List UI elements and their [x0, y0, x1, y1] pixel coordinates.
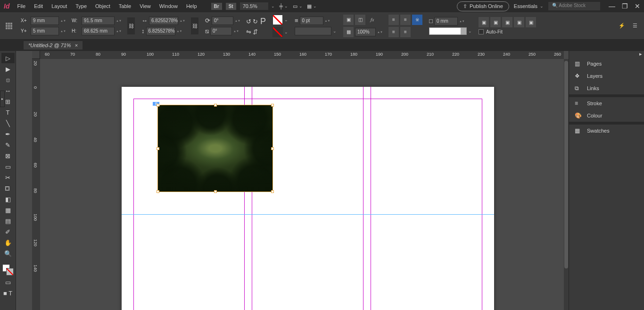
menu-help[interactable]: Help — [186, 3, 197, 9]
panel-swatches[interactable]: ▦Swatches — [569, 125, 644, 137]
scale-percent-icon: ▦ — [343, 27, 354, 37]
wh-link-icon[interactable]: ⛓ — [127, 17, 135, 34]
close-tab-icon[interactable]: × — [75, 42, 78, 48]
gap-input[interactable]: 0 mm — [434, 17, 458, 25]
fit-content-icon[interactable]: ▣ — [479, 17, 489, 27]
canvas[interactable]: 6070809010011012013014015016017018019020… — [16, 51, 569, 310]
minimize-button[interactable]: — — [609, 2, 615, 10]
panel-links[interactable]: ⧉Links — [569, 82, 644, 94]
workspace-switcher[interactable]: Essentials⌄ — [514, 3, 544, 9]
flip-h-icon[interactable]: ⇋ — [246, 28, 251, 35]
y-input[interactable]: 5 mm — [31, 27, 59, 35]
pencil-tool[interactable]: ✎ — [1, 140, 15, 150]
gradient-swatch-tool[interactable]: ◧ — [1, 194, 15, 204]
panel-menu-icon[interactable]: ☰ — [630, 21, 640, 31]
menu-view[interactable]: View — [140, 3, 151, 9]
rotate-ccw-icon[interactable]: ↺ — [246, 18, 251, 25]
view-options-icon[interactable]: ╪⌄ — [279, 0, 289, 12]
fill-color-slot[interactable] — [429, 27, 467, 35]
flip-v-icon[interactable]: ⇵ — [253, 28, 258, 35]
rect-frame-tool[interactable]: ⊠ — [1, 151, 15, 161]
select-container-icon[interactable]: ▣ — [343, 15, 354, 25]
stroke-weight-input[interactable]: 0 pt — [300, 17, 323, 25]
free-transform-tool[interactable]: ⛋ — [1, 183, 15, 193]
type-tool[interactable]: T — [1, 107, 15, 117]
w-input[interactable]: 91.5 mm — [82, 17, 115, 25]
stroke-style-dropdown[interactable] — [295, 27, 331, 35]
adobe-stock-search[interactable]: 🔍 Adobe Stock — [548, 2, 600, 10]
shear-input[interactable]: 0° — [210, 27, 232, 35]
zoom-dropdown[interactable]: 70.5%⌄ — [240, 2, 275, 10]
h-input[interactable]: 68.625 mm — [82, 27, 115, 35]
stock-button[interactable]: St — [226, 3, 236, 10]
quick-apply-icon[interactable]: ⚡ — [617, 21, 627, 31]
horizontal-ruler[interactable]: 6070809010011012013014015016017018019020… — [40, 51, 564, 59]
fx-icon[interactable]: 𝑓𝑥 — [367, 15, 377, 25]
autofit-checkbox[interactable] — [479, 29, 484, 34]
close-button[interactable]: ✕ — [635, 2, 640, 10]
format-container-icon[interactable]: ▭ — [1, 277, 15, 287]
note-tool[interactable]: ▤ — [1, 216, 15, 226]
menu-type[interactable]: Type — [75, 3, 87, 9]
menu-layout[interactable]: Layout — [51, 3, 67, 9]
screen-mode-icon[interactable]: ▭⌄ — [293, 0, 303, 12]
fit-frame-icon[interactable]: ▣ — [490, 17, 501, 27]
arrange-icon[interactable]: ▦⌄ — [307, 0, 317, 12]
shear-icon: ⧅ — [205, 27, 209, 35]
toolbox-grip[interactable]: ▸ — [0, 91, 5, 107]
hand-tool[interactable]: ✋ — [1, 237, 15, 248]
selected-image-frame[interactable]: ⧉ — [157, 105, 273, 192]
scale-percent-input[interactable]: 100% — [355, 28, 376, 36]
fill-stroke-swap[interactable] — [1, 263, 15, 276]
ref-point-grid[interactable] — [4, 21, 14, 31]
panel-collapse-icon[interactable]: ▸ — [639, 51, 642, 58]
menu-window[interactable]: Window — [159, 3, 178, 9]
scissors-tool[interactable]: ✂ — [1, 172, 15, 183]
doc-tab-active[interactable]: *Untitled-2 @ 71% × — [24, 41, 83, 50]
center-content-icon[interactable]: ▣ — [526, 17, 536, 27]
scalex-input[interactable]: 6.8255278% — [149, 17, 178, 25]
ruler-origin[interactable] — [32, 51, 40, 59]
placed-image — [158, 105, 272, 192]
x-input[interactable]: 9 mm — [31, 17, 59, 25]
page-tool[interactable]: ⎅ — [1, 75, 15, 85]
fill-prop-icon[interactable]: ▣ — [514, 17, 524, 27]
eyedropper-tool[interactable]: ✐ — [1, 226, 15, 237]
fill-swatch[interactable]: ⌄ — [272, 15, 288, 25]
menu-object[interactable]: Object — [95, 3, 110, 9]
fit-prop-icon[interactable]: ▣ — [502, 17, 512, 27]
wrap-right-icon[interactable]: ≡ — [400, 15, 411, 25]
zoom-tool[interactable]: 🔍 — [1, 248, 15, 259]
vertical-ruler[interactable]: 20020406080100120140 — [32, 59, 40, 310]
scaley-input[interactable]: 6.8255278% — [146, 27, 175, 35]
scale-link-icon[interactable]: ⛓ — [191, 17, 198, 34]
wrap-around-icon[interactable]: ≡ — [388, 27, 399, 37]
line-tool[interactable]: ╲ — [1, 118, 15, 128]
panel-colour[interactable]: 🎨Colour — [569, 109, 644, 122]
panel-layers[interactable]: ❖Layers — [569, 70, 644, 82]
menu-file[interactable]: File — [17, 3, 25, 9]
panel-pages[interactable]: ▥Pages — [569, 58, 644, 70]
wrap-left-icon[interactable]: ≡ — [388, 15, 399, 25]
wrap-jump-icon[interactable]: ≡ — [400, 27, 411, 37]
publish-online-button[interactable]: ⇧ Publish Online — [457, 1, 509, 11]
gradient-feather-tool[interactable]: ▦ — [1, 205, 15, 215]
pen-tool[interactable]: ✒ — [1, 129, 15, 139]
direct-selection-tool[interactable]: ▶ — [1, 64, 15, 74]
stroke-swatch[interactable]: ⌄ — [272, 27, 288, 37]
apply-color-icon[interactable]: ■ T — [1, 288, 15, 298]
bridge-button[interactable]: Br — [211, 3, 222, 10]
document-tabs: *Untitled-2 @ 71% × — [0, 40, 644, 51]
scalex-icon: ↔ — [141, 17, 148, 24]
menu-edit[interactable]: Edit — [34, 3, 43, 9]
vertical-scrollbar[interactable] — [564, 59, 569, 310]
rotate-cw-icon[interactable]: ↻ — [253, 18, 258, 25]
select-content-icon[interactable]: ◫ — [355, 15, 365, 25]
rectangle-tool[interactable]: ▭ — [1, 161, 15, 172]
wrap-both-icon[interactable]: ※ — [412, 15, 422, 25]
menu-table[interactable]: Table — [119, 3, 131, 9]
panel-stroke[interactable]: ≡Stroke — [569, 97, 644, 109]
maximize-button[interactable]: ❐ — [622, 2, 628, 10]
selection-tool[interactable]: ▷ — [1, 53, 15, 63]
rotate-input[interactable]: 0° — [212, 17, 233, 25]
